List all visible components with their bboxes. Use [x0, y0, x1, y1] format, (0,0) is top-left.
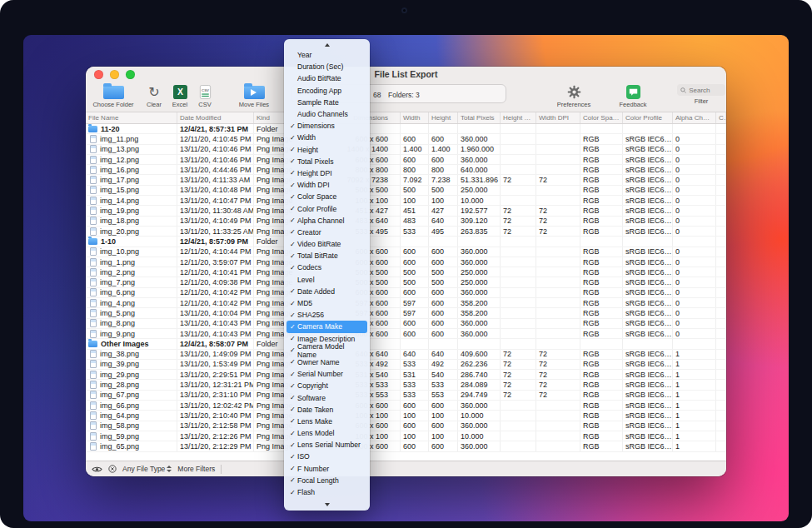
file-row[interactable]: img_64.png13/11/20, 2:10:40 PMPng Image1…	[86, 411, 726, 421]
menu-item-iso[interactable]: ✓ISO	[286, 451, 367, 462]
file-row[interactable]: img_38.png13/11/20, 1:49:09 PMPng Image6…	[86, 350, 726, 360]
menu-item-creator[interactable]: ✓Creator	[286, 227, 367, 238]
column-header[interactable]: File Name	[86, 112, 177, 123]
menu-item-level[interactable]: Level	[286, 274, 367, 286]
menu-item-software[interactable]: ✓Software	[286, 391, 367, 403]
column-header[interactable]: Height	[429, 112, 458, 123]
close-button[interactable]	[94, 70, 103, 79]
file-row[interactable]: img_11.png12/11/20, 4:10:45 PMPng Image6…	[86, 134, 726, 144]
file-row[interactable]: img_16.png13/11/20, 4:44:46 PMPng Image8…	[86, 165, 726, 175]
column-header[interactable]: Color Profile	[623, 112, 673, 123]
menu-item-serial-number[interactable]: ✓Serial Number	[286, 368, 367, 380]
choose-folder-button[interactable]: Choose Folder	[91, 84, 136, 108]
menu-item-audio-channels[interactable]: Audio Channels	[286, 108, 367, 120]
file-row[interactable]: img_18.png13/11/20, 4:10:49 PMPng Image4…	[86, 217, 726, 227]
zoom-button[interactable]	[126, 70, 135, 79]
file-row[interactable]: img_67.png13/11/20, 2:31:10 PMPng Image5…	[86, 391, 726, 401]
preferences-button[interactable]: Preferences	[550, 84, 597, 108]
menu-item-lens-make[interactable]: ✓Lens Make	[286, 416, 367, 427]
file-row[interactable]: img_65.png13/11/20, 2:12:29 PMPng Image6…	[86, 441, 726, 451]
menu-item-date-added[interactable]: ✓Date Added	[286, 286, 367, 297]
menu-item-total-bitrate[interactable]: ✓Total BitRate	[286, 250, 367, 262]
menu-item-video-bitrate[interactable]: ✓Video BitRate	[286, 238, 367, 250]
menu-item-alpha-channel[interactable]: ✓Alpha Channel	[286, 215, 367, 227]
file-row[interactable]: img_29.png13/11/20, 2:29:51 PMPng Image5…	[86, 370, 726, 380]
menu-item-year[interactable]: Year	[286, 49, 367, 61]
file-row[interactable]: img_14.png13/11/20, 4:10:47 PMPng Image1…	[86, 196, 726, 206]
file-row[interactable]: img_5.png13/11/20, 4:10:04 PMPng Image59…	[86, 308, 726, 318]
file-row[interactable]: img_28.png13/11/20, 12:31:21 PMPng Image…	[86, 380, 726, 390]
titlebar[interactable]: File List Export	[86, 67, 726, 82]
file-row[interactable]: img_58.png13/11/20, 2:12:58 PMPng Image6…	[86, 421, 726, 431]
menu-item-sample-rate[interactable]: Sample Rate	[286, 97, 367, 108]
menu-item-width[interactable]: ✓Width	[286, 132, 367, 143]
menu-item-height-dpi[interactable]: ✓Height DPI	[286, 167, 367, 179]
menu-item-lens-serial-number[interactable]: ✓Lens Serial Number	[286, 439, 367, 451]
file-type-dropdown[interactable]: Any File Type	[122, 465, 172, 473]
menu-item-date-taken[interactable]: ✓Date Taken	[286, 404, 367, 416]
menu-item-lens-model[interactable]: ✓Lens Model	[286, 427, 367, 439]
menu-item-md5[interactable]: ✓MD5	[286, 297, 367, 309]
search-input[interactable]	[689, 87, 722, 94]
menu-item-duration-sec-[interactable]: Duration (Sec)	[286, 61, 367, 72]
menu-scroll-up[interactable]	[284, 41, 370, 49]
file-row[interactable]: img_12.png13/11/20, 4:10:46 PMPng Image6…	[86, 155, 726, 165]
file-row[interactable]: img_10.png12/11/20, 4:10:44 PMPng Image6…	[86, 247, 726, 257]
column-header[interactable]: Alpha Channel	[673, 112, 716, 123]
file-row[interactable]: img_9.png13/11/20, 4:10:43 PMPng Image60…	[86, 329, 726, 339]
menu-item-total-pixels[interactable]: ✓Total Pixels	[286, 156, 367, 167]
eye-icon[interactable]	[92, 466, 102, 473]
file-row[interactable]: img_20.png13/11/20, 11:33:25 AMPng Image…	[86, 227, 726, 237]
file-row[interactable]: img_66.png13/11/20, 12:02:42 PMPng Image…	[86, 401, 726, 411]
menu-item-sha256[interactable]: ✓SHA256	[286, 309, 367, 321]
folder-row[interactable]: 1-1012/4/21, 8:57:09 PMFolder	[86, 237, 726, 247]
folder-row[interactable]: Other Images12/4/21, 8:58:07 PMFolder	[86, 339, 726, 349]
menu-item-camera-make[interactable]: ✓Camera Make	[286, 321, 367, 332]
column-header[interactable]: Height DPI	[501, 112, 536, 123]
menu-item-audio-bitrate[interactable]: Audio BitRate	[286, 72, 367, 84]
column-header[interactable]: Total Pixels	[458, 112, 501, 123]
search-field[interactable]	[677, 84, 725, 96]
menu-item-encoding-app[interactable]: Encoding App	[286, 85, 367, 97]
menu-item-copyright[interactable]: ✓Copyright	[286, 380, 367, 391]
menu-item-dimensions[interactable]: ✓Dimensions	[286, 120, 367, 132]
minimize-button[interactable]	[110, 70, 119, 79]
menu-item-codecs[interactable]: ✓Codecs	[286, 262, 367, 273]
menu-item-height[interactable]: ✓Height	[286, 144, 367, 156]
menu-item-camera-model-name[interactable]: ✓Camera Model Name	[286, 345, 367, 356]
cell: 72	[501, 360, 536, 369]
file-row[interactable]: img_2.png12/11/20, 4:10:41 PMPng Image50…	[86, 267, 726, 277]
file-row[interactable]: img_39.png13/11/20, 1:53:49 PMPng Image5…	[86, 360, 726, 370]
column-header[interactable]: Color Space	[580, 112, 623, 123]
menu-scroll-down[interactable]	[284, 501, 370, 509]
file-row[interactable]: img_19.png13/11/20, 11:30:48 AMPng Image…	[86, 206, 726, 216]
file-row[interactable]: img_1.png12/11/20, 3:59:07 PMPng Image60…	[86, 257, 726, 267]
menu-item-width-dpi[interactable]: ✓Width DPI	[286, 179, 367, 191]
excel-export-button[interactable]: X Excel	[167, 84, 192, 108]
move-files-button[interactable]: Move Files	[232, 84, 276, 108]
file-row[interactable]: img_6.png12/11/20, 4:10:42 PMPng Image60…	[86, 288, 726, 298]
csv-export-button[interactable]: CSV CSV	[192, 84, 217, 108]
column-header[interactable]: Date Modified	[177, 112, 254, 123]
column-header[interactable]: Creator	[716, 112, 726, 123]
file-row[interactable]: img_4.png12/11/20, 4:10:42 PMPng Image59…	[86, 298, 726, 308]
file-row[interactable]: img_13.png13/11/20, 4:10:46 PMPng Image1…	[86, 145, 726, 155]
feedback-button[interactable]: Feedback	[611, 84, 655, 108]
more-filters-button[interactable]: More Filters	[177, 465, 215, 473]
menu-item-f-number[interactable]: ✓F Number	[286, 463, 367, 475]
menu-item-flash[interactable]: ✓Flash	[286, 486, 367, 498]
file-row[interactable]: img_59.png13/11/20, 2:12:26 PMPng Image1…	[86, 431, 726, 441]
column-header[interactable]: Width	[401, 112, 429, 123]
cell: sRGB IEC6…	[623, 380, 673, 389]
menu-item-focal-length[interactable]: ✓Focal Length	[286, 475, 367, 486]
clear-button[interactable]: ↻ Clear	[141, 84, 167, 108]
folder-row[interactable]: 11-2012/4/21, 8:57:31 PMFolder	[86, 124, 726, 134]
menu-item-color-profile[interactable]: ✓Color Profile	[286, 202, 367, 214]
file-row[interactable]: img_15.png13/11/20, 4:10:48 PMPng Image5…	[86, 186, 726, 196]
file-row[interactable]: img_17.png13/11/20, 4:11:33 AMPng Image7…	[86, 175, 726, 185]
menu-item-color-space[interactable]: ✓Color Space	[286, 191, 367, 202]
column-header[interactable]: Width DPI	[536, 112, 580, 123]
clear-filter-icon[interactable]	[108, 465, 117, 473]
file-row[interactable]: img_7.png12/11/20, 4:09:38 PMPng Image50…	[86, 277, 726, 287]
file-row[interactable]: img_8.png13/11/20, 4:10:43 PMPng Image60…	[86, 319, 726, 329]
